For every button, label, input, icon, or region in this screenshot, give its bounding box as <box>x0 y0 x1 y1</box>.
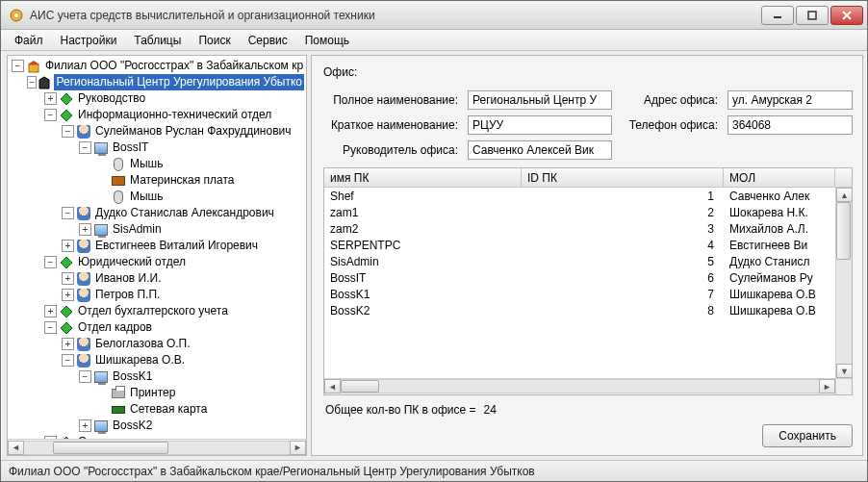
tree-node-pc[interactable]: +SisAdmin <box>10 221 304 238</box>
tree-node-part[interactable]: Материнская плата <box>10 172 304 189</box>
collapse-icon[interactable]: − <box>79 370 91 383</box>
tree-node-part[interactable]: Сетевая карта <box>10 401 304 418</box>
scroll-track[interactable] <box>24 441 290 455</box>
collapse-icon[interactable]: − <box>12 60 24 72</box>
collapse-icon[interactable]: − <box>44 109 57 121</box>
close-button[interactable] <box>830 6 863 25</box>
scroll-track[interactable] <box>836 202 852 364</box>
svg-point-1 <box>14 13 18 17</box>
scroll-track[interactable] <box>341 379 819 393</box>
table-hscrollbar[interactable]: ◄ ► <box>324 378 852 394</box>
table-row[interactable]: zam12Шокарева Н.К. <box>324 204 835 220</box>
table-row[interactable]: zam23Михайлов А.Л. <box>324 220 835 237</box>
cell-name: BossK1 <box>324 286 522 302</box>
table-row[interactable]: BossIT6Сулейманов Ру <box>324 269 835 286</box>
maximize-button[interactable] <box>796 6 829 25</box>
cell-name: Shef <box>324 188 522 204</box>
treeview[interactable]: −Филиал ООО "Росгосстрах" в Забайкальско… <box>8 56 306 439</box>
tree-node-dept[interactable]: −Информационно-технический отдел <box>10 107 304 123</box>
tree-node-pc[interactable]: −BossIT <box>10 140 304 156</box>
scroll-thumb[interactable] <box>836 202 851 260</box>
menu-help[interactable]: Помощь <box>297 32 357 49</box>
collapse-icon[interactable]: − <box>27 76 37 89</box>
tree-node-person[interactable]: −Дудко Станислав Александрович <box>10 205 304 221</box>
expand-icon[interactable]: + <box>79 419 91 432</box>
expand-icon[interactable]: + <box>44 92 57 105</box>
tree-node-pc[interactable]: −BossK1 <box>10 368 304 385</box>
scroll-left-button[interactable]: ◄ <box>8 441 24 455</box>
svg-marker-14 <box>61 437 72 440</box>
input-phone[interactable] <box>728 115 853 135</box>
tree-node-part[interactable]: Мышь <box>10 156 304 172</box>
expand-icon[interactable]: + <box>62 272 74 285</box>
expand-icon[interactable]: + <box>62 289 74 301</box>
expand-icon[interactable]: + <box>44 305 57 317</box>
scroll-right-button[interactable]: ► <box>290 441 306 455</box>
input-address[interactable] <box>728 90 853 110</box>
tree-node-person[interactable]: −Шишкарева О.В. <box>10 352 304 368</box>
tree-node-root[interactable]: −Филиал ООО "Росгосстрах" в Забайкальско… <box>10 58 304 74</box>
minimize-button[interactable] <box>761 6 794 25</box>
input-shortname[interactable] <box>468 115 612 135</box>
scroll-left-button[interactable]: ◄ <box>324 379 341 393</box>
svg-marker-9 <box>61 93 72 105</box>
tree-node-dept[interactable]: +Руководство <box>10 90 304 107</box>
table-vscrollbar[interactable]: ▲ ▼ <box>835 188 852 378</box>
dept-icon <box>59 108 74 123</box>
menu-tables[interactable]: Таблицы <box>126 32 189 49</box>
expand-icon[interactable]: + <box>62 338 74 350</box>
collapse-icon[interactable]: − <box>62 125 74 138</box>
collapse-icon[interactable]: − <box>62 354 74 367</box>
col-name[interactable]: имя ПК <box>324 168 522 187</box>
tree-node-dept[interactable]: −Отдел кадров <box>10 319 304 336</box>
expand-icon[interactable]: + <box>79 223 91 236</box>
menu-file[interactable]: Файл <box>7 32 51 49</box>
scroll-right-button[interactable]: ► <box>819 379 835 393</box>
collapse-icon[interactable]: − <box>44 256 57 268</box>
tree-node-person[interactable]: +Евстигнеев Виталий Игоревич <box>10 238 304 254</box>
scroll-up-button[interactable]: ▲ <box>836 188 853 202</box>
collapse-icon[interactable]: − <box>44 321 57 334</box>
expand-icon[interactable]: + <box>62 240 74 252</box>
tree-node-dept[interactable]: +Отдел делопроизводства <box>10 434 304 439</box>
tree-hscrollbar[interactable]: ◄ ► <box>8 439 306 455</box>
save-button[interactable]: Сохранить <box>762 424 853 447</box>
tree-node-person[interactable]: −Сулейманов Руслан Фахруддинович <box>10 123 304 140</box>
office-form: Полное наименование: Адрес офиса: Кратко… <box>323 90 853 160</box>
tree-node-dept[interactable]: −Юридический отдел <box>10 254 304 270</box>
tree-node-part[interactable]: Принтер <box>10 385 304 401</box>
table-row[interactable]: SisAdmin5Дудко Станисл <box>324 253 835 269</box>
tree-node-part[interactable]: Мышь <box>10 189 304 205</box>
dept-icon <box>59 91 74 107</box>
table-row[interactable]: SERPENTPC4Евстигнеев Ви <box>324 237 835 253</box>
tree-label: Информационно-технический отдел <box>78 107 271 123</box>
expand-icon[interactable]: + <box>44 436 57 439</box>
table-row[interactable]: BossK28Шишкарева О.В <box>324 302 835 318</box>
input-fullname[interactable] <box>468 90 612 110</box>
menu-search[interactable]: Поиск <box>191 32 238 49</box>
tree-node-person[interactable]: +Иванов И.И. <box>10 270 304 287</box>
table-row[interactable]: Shef1Савченко Алек <box>324 188 835 204</box>
tree-node-pc[interactable]: +BossK2 <box>10 418 304 434</box>
tree-node-person[interactable]: +Белоглазова О.П. <box>10 336 304 352</box>
pc-icon <box>93 222 109 238</box>
dept-icon <box>59 304 74 319</box>
tree-label: Руководство <box>78 90 145 107</box>
tree-node-person[interactable]: +Петров П.П. <box>10 287 304 303</box>
svg-marker-10 <box>61 110 72 121</box>
menu-settings[interactable]: Настройки <box>53 32 125 49</box>
collapse-icon[interactable]: − <box>79 141 91 154</box>
svg-rect-6 <box>29 64 38 72</box>
menu-service[interactable]: Сервис <box>241 32 295 49</box>
collapse-icon[interactable]: − <box>62 207 74 219</box>
scroll-thumb[interactable] <box>53 442 168 454</box>
tree-node-dept[interactable]: +Отдел бухгалтерского учета <box>10 303 304 319</box>
scroll-thumb[interactable] <box>341 380 379 393</box>
table-row[interactable]: BossK17Шишкарева О.В <box>324 286 835 302</box>
table-body[interactable]: Shef1Савченко Алекzam12Шокарева Н.К.zam2… <box>324 188 835 378</box>
scroll-down-button[interactable]: ▼ <box>836 364 853 378</box>
input-head[interactable] <box>468 140 612 160</box>
col-id[interactable]: ID ПК <box>522 168 724 187</box>
col-mol[interactable]: МОЛ <box>724 168 835 187</box>
tree-node-office[interactable]: −Региональный Центр Урегулирования Убытк… <box>10 74 304 90</box>
